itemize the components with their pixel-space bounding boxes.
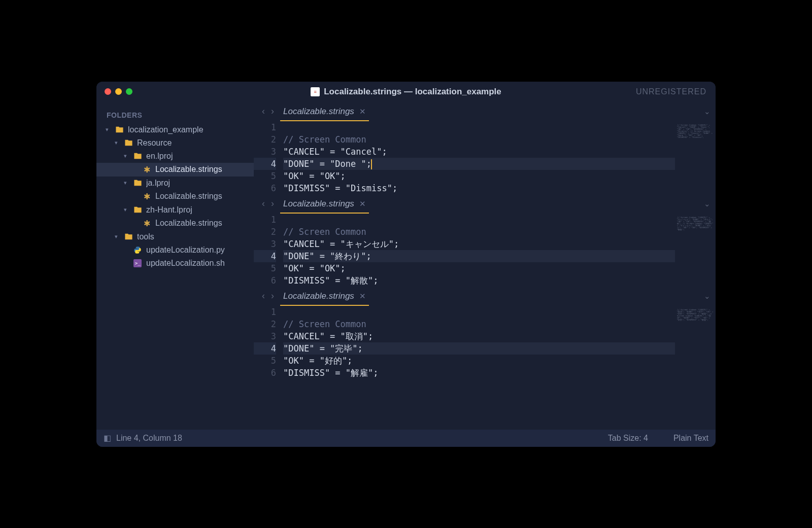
sidebar-file[interactable]: ✱Localizable.strings — [96, 190, 254, 203]
code-area[interactable]: 123456 // Screen Common"CANCEL" = "キャンセル… — [254, 214, 716, 287]
code-line[interactable]: "CANCEL" = "Cancel"; — [283, 146, 675, 158]
sidebar-folder[interactable]: ▾Resource — [96, 136, 254, 150]
strings-file-icon: ✱ — [142, 192, 151, 201]
tree-item-label: en.lproj — [146, 152, 250, 161]
line-number: 1 — [254, 121, 276, 133]
nav-forward-button[interactable]: › — [268, 106, 277, 117]
minimize-window-button[interactable] — [115, 88, 122, 95]
pane-menu-button[interactable]: ⌄ — [704, 199, 710, 208]
sidebar-folder[interactable]: ▾localization_example — [96, 123, 254, 136]
code-line[interactable] — [283, 306, 675, 318]
code-line[interactable]: "DISMISS" = "解雇"; — [283, 367, 675, 379]
editor-area: ‹›Localizable.strings✕⌄123456 // Screen … — [254, 102, 716, 430]
close-window-button[interactable] — [105, 88, 111, 95]
line-number: 3 — [254, 146, 276, 158]
code-line[interactable] — [283, 121, 675, 133]
sidebar-folder[interactable]: ▾tools — [96, 230, 254, 243]
panel-icon[interactable]: ◧ — [104, 433, 111, 443]
syntax-mode[interactable]: Plain Text — [673, 434, 708, 443]
pane-menu-button[interactable]: ⌄ — [704, 107, 710, 116]
sidebar-file[interactable]: updateLocalization.py — [96, 243, 254, 257]
tree-item-label: Localizable.strings — [155, 192, 250, 201]
window-title-label: Localizable.strings — localization_examp… — [324, 87, 501, 97]
folder-icon — [124, 232, 133, 241]
code-area[interactable]: 123456 // Screen Common"CANCEL" = "Cance… — [254, 121, 716, 194]
line-number: 4 — [254, 250, 276, 262]
nav-back-button[interactable]: ‹ — [259, 106, 268, 117]
editor-pane: ‹›Localizable.strings✕⌄123456 // Screen … — [254, 287, 716, 379]
folder-icon — [133, 179, 142, 187]
code-line[interactable]: // Screen Common — [283, 226, 675, 238]
tab-size[interactable]: Tab Size: 4 — [608, 434, 648, 443]
sidebar-file[interactable]: ✱Localizable.strings — [96, 163, 254, 177]
tree-item-label: zh-Hant.lproj — [146, 205, 250, 215]
cursor-position[interactable]: Line 4, Column 18 — [116, 434, 182, 443]
code-line[interactable]: "OK" = "OK"; — [283, 262, 675, 274]
line-number: 2 — [254, 318, 276, 330]
code-line[interactable]: "CANCEL" = "取消"; — [283, 330, 675, 342]
text-cursor — [371, 159, 372, 169]
status-bar: ◧ Line 4, Column 18 Tab Size: 4 Plain Te… — [96, 430, 716, 447]
code-line[interactable]: // Screen Common — [283, 318, 675, 330]
code-content[interactable]: // Screen Common"CANCEL" = "取消";"DONE" =… — [283, 306, 675, 379]
minimap[interactable]: // Screen Common "CANCEL" = "Cancel"; "D… — [675, 121, 716, 194]
line-number: 6 — [254, 367, 276, 379]
nav-back-button[interactable]: ‹ — [259, 198, 268, 209]
close-tab-button[interactable]: ✕ — [359, 107, 366, 116]
chevron-down-icon[interactable]: ▾ — [124, 153, 129, 159]
code-line[interactable]: "OK" = "好的"; — [283, 355, 675, 367]
close-tab-button[interactable]: ✕ — [359, 199, 366, 208]
code-line[interactable]: "DONE" = "Done "; — [283, 158, 675, 170]
code-line[interactable]: "CANCEL" = "キャンセル"; — [283, 238, 675, 250]
code-line[interactable]: "DISMISS" = "解散"; — [283, 274, 675, 287]
file-tab[interactable]: Localizable.strings✕ — [277, 287, 372, 306]
tab-label: Localizable.strings — [283, 107, 354, 117]
app-window: ≡ Localizable.strings — localization_exa… — [96, 82, 716, 447]
chevron-down-icon[interactable]: ▾ — [115, 139, 120, 146]
code-content[interactable]: // Screen Common"CANCEL" = "Cancel";"DON… — [283, 121, 675, 194]
nav-forward-button[interactable]: › — [268, 291, 277, 301]
folder-icon — [115, 125, 124, 134]
code-line[interactable]: "OK" = "OK"; — [283, 170, 675, 182]
traffic-lights — [105, 88, 132, 95]
code-line[interactable]: "DISMISS" = "Dismiss"; — [283, 182, 675, 194]
code-line[interactable]: "DONE" = "終わり"; — [283, 250, 675, 262]
chevron-down-icon[interactable]: ▾ — [124, 206, 129, 213]
sidebar-folder[interactable]: ▾zh-Hant.lproj — [96, 203, 254, 217]
line-number: 2 — [254, 226, 276, 238]
code-line[interactable] — [283, 214, 675, 226]
sidebar-folder[interactable]: ▾ja.lproj — [96, 177, 254, 190]
pane-menu-button[interactable]: ⌄ — [704, 292, 710, 301]
sidebar-folder[interactable]: ▾en.lproj — [96, 150, 254, 163]
file-tab[interactable]: Localizable.strings✕ — [277, 102, 372, 121]
nav-back-button[interactable]: ‹ — [259, 291, 268, 301]
tab-bar: ‹›Localizable.strings✕⌄ — [254, 287, 716, 306]
chevron-down-icon[interactable]: ▾ — [124, 180, 129, 186]
strings-file-icon: ✱ — [142, 219, 151, 228]
line-number: 4 — [254, 342, 276, 355]
nav-forward-button[interactable]: › — [268, 198, 277, 209]
gutter: 123456 — [254, 214, 283, 287]
chevron-down-icon[interactable]: ▾ — [115, 233, 120, 240]
sidebar-file[interactable]: >_updateLocalization.sh — [96, 257, 254, 270]
minimap[interactable]: // Screen Common "CANCEL" = "キャンセル"; "DO… — [675, 214, 716, 287]
sidebar-file[interactable]: ✱Localizable.strings — [96, 217, 254, 230]
code-area[interactable]: 123456 // Screen Common"CANCEL" = "取消";"… — [254, 306, 716, 379]
svg-text:>_: >_ — [135, 260, 141, 266]
minimap[interactable]: // Screen Common "CANCEL" = "取消"; "DONE"… — [675, 306, 716, 379]
line-number: 3 — [254, 238, 276, 250]
tab-label: Localizable.strings — [283, 291, 354, 301]
code-line[interactable]: // Screen Common — [283, 133, 675, 146]
tree-item-label: Localizable.strings — [155, 219, 250, 228]
zoom-window-button[interactable] — [126, 88, 132, 95]
editor-pane: ‹›Localizable.strings✕⌄123456 // Screen … — [254, 194, 716, 287]
shell-icon: >_ — [133, 259, 142, 267]
line-number: 5 — [254, 262, 276, 274]
code-content[interactable]: // Screen Common"CANCEL" = "キャンセル";"DONE… — [283, 214, 675, 287]
tree-item-label: Resource — [137, 138, 250, 148]
file-tab[interactable]: Localizable.strings✕ — [277, 194, 372, 214]
chevron-down-icon[interactable]: ▾ — [106, 126, 111, 133]
window-title: ≡ Localizable.strings — localization_exa… — [96, 87, 716, 97]
close-tab-button[interactable]: ✕ — [359, 292, 366, 301]
code-line[interactable]: "DONE" = "完毕"; — [283, 342, 675, 355]
